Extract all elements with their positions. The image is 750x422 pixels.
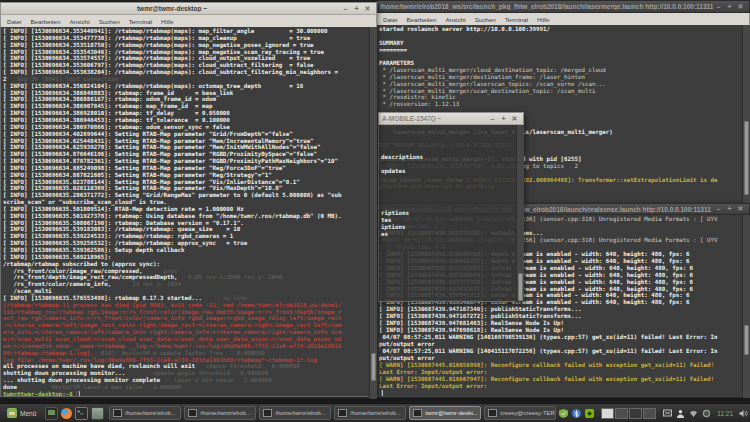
terminal-line: [ WARN] [1530687445.016656998]: Reconfig… — [379, 362, 747, 369]
minimize-button[interactable]: – — [340, 5, 351, 13]
workspace-switcher — [601, 408, 656, 419]
window-left-terminal: twmr@twmr-desktop ~ –+✕ DateiBearbeitenA… — [0, 2, 377, 399]
network-icon[interactable] — [689, 409, 698, 418]
terminal-line — [381, 147, 521, 154]
terminal-line: [ INFO] [1530696634.386946453]: rtabmap:… — [3, 117, 374, 124]
menu-item-hilfe[interactable]: Hilfe — [161, 18, 173, 25]
scrollbar[interactable] — [742, 25, 750, 212]
volume-icon[interactable] — [739, 409, 748, 418]
scrollbar[interactable] — [742, 215, 750, 398]
user-session-icon[interactable] — [676, 409, 685, 418]
terminal-line: [ INFO] [1530696634.402699644]: Setting … — [3, 131, 374, 138]
menu-item-suchen[interactable]: Suchen — [475, 16, 496, 23]
menu-item-datei[interactable]: Datei — [7, 18, 21, 25]
desktop: /home/twmr/elrob2018_ws/src/launch_pkg_f… — [0, 0, 750, 422]
maximize-button[interactable]: + — [724, 3, 735, 11]
terminal-line: [ INFO] [1530696635.539362586]: Setup de… — [3, 247, 374, 254]
close-button[interactable]: ✕ — [509, 115, 520, 123]
titlebar-lasermerge[interactable]: /home/twmr/elrob2018_ws/src/launch_pkg_f… — [376, 0, 750, 13]
terminal-line: [ INFO] [1530696634.353440941]: /rtabmap… — [3, 28, 374, 35]
titlebar-left[interactable]: twmr@twmr-desktop ~ –+✕ — [0, 2, 377, 15]
terminal-line: log file: /home/twmr/.ros/log/d0a9a606-7… — [3, 357, 374, 364]
taskbar-window-button-3[interactable]: /home/twmr/elrob... — [259, 406, 331, 420]
terminal-line: [ INFO] [1530696635.501809514]: RTAB-Map… — [3, 206, 374, 213]
menu-item-ansicht[interactable]: Ansicht — [445, 16, 465, 23]
taskbar-window-button-1[interactable]: /home/twmr/elrob... — [109, 406, 181, 420]
maximize-button[interactable]: + — [498, 115, 509, 123]
terminal-line: [ INFO] [1530696634.885249098]: Setting … — [3, 165, 374, 172]
close-button[interactable]: ✕ — [735, 205, 746, 213]
terminal-line: [ INFO] [1530696635.569218965]: — [3, 254, 374, 261]
terminal-line: [ INFO] [1530687439.947698618]: RealSens… — [379, 327, 747, 334]
terminal-line: [ INFO] [1530696635.539224533]: /rtabmap… — [3, 233, 374, 240]
taskbar-window-button-2[interactable]: /home/twmr/elrob... — [184, 406, 256, 420]
shield-check-icon[interactable] — [559, 409, 568, 418]
terminal-launcher-icon[interactable] — [75, 407, 88, 420]
menu-item-datei[interactable]: Datei — [383, 16, 397, 23]
scrollbar[interactable] — [516, 125, 524, 302]
show-desktop-icon[interactable] — [45, 407, 58, 420]
terminal-line — [381, 196, 521, 203]
menu-item-hilfe[interactable]: Hilfe — [537, 16, 549, 23]
terminal-line: 04/07 08:57:25,011 WARNING [140415117872… — [379, 348, 747, 355]
terminal-line — [381, 140, 521, 147]
terminal-line: /rs_front/depth/image_rect_raw/compresse… — [3, 274, 374, 281]
terminal-line: scribe_scan" or "subscribe_scan_cloud" i… — [3, 199, 374, 206]
terminal-line: [ INFO] [1530696634.353510750]: /rtabmap… — [3, 42, 374, 49]
menu-button-label: Menü — [20, 410, 36, 417]
menu-item-terminal[interactable]: Terminal — [505, 16, 528, 23]
taskbar-window-button-6[interactable]: creesy@creesy-TER... — [484, 406, 556, 420]
taskbar: m Menü /home/twmr/elrob.../home/twmr/elr… — [0, 403, 750, 422]
terminal-line — [381, 161, 521, 168]
terminal-line: put/output error — [379, 341, 747, 348]
terminal-line: ect_raw rgb/camera_info:=/rs_front/color… — [3, 315, 374, 322]
terminal-line — [381, 280, 521, 287]
minimize-button[interactable]: – — [713, 205, 724, 213]
terminal-line: [ INFO] [1530696634.353638204]: /rtabmap… — [3, 69, 374, 76]
workspace-cell-4[interactable] — [643, 408, 656, 419]
files-icon[interactable] — [91, 407, 104, 420]
titlebar-mobile[interactable]: A-MOBILE-1547Q ~ –+✕ — [378, 112, 524, 125]
terminal-line: :=/stereo_camera/left/image_rect_color r… — [3, 322, 374, 329]
clock[interactable]: 11:21 — [717, 410, 733, 417]
close-button[interactable]: ✕ — [735, 3, 746, 11]
updates-icon[interactable] — [702, 409, 711, 418]
close-button[interactable]: ✕ — [362, 5, 373, 13]
menu-item-terminal[interactable]: Terminal — [129, 18, 152, 25]
taskbar-window-button-4[interactable]: /home/twmr/elrob... — [334, 406, 406, 420]
terminal-line: PARAMETERS — [379, 60, 747, 67]
menu-item-bearbeiten[interactable]: Bearbeiten — [406, 16, 436, 23]
terminal-line: * /laserscan_multi_merger/laserscan_topi… — [379, 81, 747, 88]
terminal-line: [ INFO] [1530696634.887821605]: Setting … — [3, 172, 374, 179]
scrollbar[interactable] — [369, 27, 377, 399]
firefox-icon[interactable] — [61, 408, 72, 419]
terminal-line: lib/rtabmap_ros/rtabmap rgb/image:=/rs_f… — [3, 309, 374, 316]
workspace-cell-2[interactable] — [615, 408, 628, 419]
workspace-cell-1[interactable] — [601, 408, 614, 419]
workspace-cell-3[interactable] — [629, 408, 642, 419]
terminal-line: [ INFO] [1530696635.026110369]: Setting … — [3, 185, 374, 192]
maximize-button[interactable]: + — [724, 205, 735, 213]
minimize-button[interactable]: – — [713, 3, 724, 11]
terminal-line: 80/rtabmap-rtabmap-1.log]. 014]: HectorS… — [3, 350, 374, 357]
menubar-left: DateiBearbeitenAnsichtSuchenTerminalHilf… — [0, 15, 377, 27]
maximize-button[interactable]: + — [351, 5, 362, 13]
window-title: /home/twmr/elrob2018_ws/src/launch_pkg_f… — [380, 3, 713, 10]
system-tray: 11:21 — [559, 408, 748, 419]
display-settings-icon[interactable] — [663, 409, 672, 418]
terminal-content-mobile[interactable]: descriptions updates riptionstesiptionse… — [378, 125, 524, 302]
menu-item-bearbeiten[interactable]: Bearbeiten — [30, 18, 60, 25]
terminal-content-left[interactable]: [ INFO] [1530696634.353440941]: /rtabmap… — [0, 27, 377, 397]
menu-item-suchen[interactable]: Suchen — [99, 18, 120, 25]
menu-item-ansicht[interactable]: Ansicht — [69, 18, 89, 25]
menu-button[interactable]: m Menü — [3, 407, 40, 419]
minimize-button[interactable]: – — [487, 115, 498, 123]
terminal-line: [ INFO] [1530687439.947681463]: RealSens… — [379, 320, 747, 327]
bluetooth-icon[interactable] — [572, 409, 581, 418]
mint-logo-icon: m — [7, 408, 17, 418]
terminal-line: /rs_front/color/image_raw/compressed, pr… — [3, 268, 374, 275]
terminal-line: twmr@twmr-desktop:~$ ▊ — [3, 391, 374, 397]
terminal-line — [381, 182, 521, 189]
nvidia-icon[interactable] — [585, 409, 594, 418]
taskbar-window-button-5[interactable]: twmr@twmr-deskt... — [409, 406, 481, 420]
